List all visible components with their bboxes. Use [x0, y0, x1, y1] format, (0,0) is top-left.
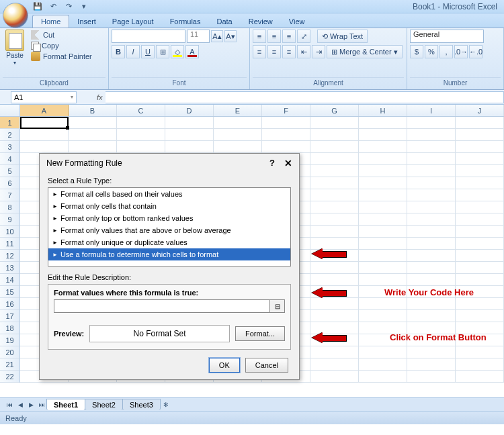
cell[interactable] [456, 213, 504, 226]
cell[interactable] [310, 153, 359, 165]
cell[interactable] [359, 213, 407, 226]
cell[interactable] [20, 141, 69, 153]
row-header[interactable]: 9 [0, 213, 19, 226]
cell[interactable] [69, 117, 117, 129]
row-header[interactable]: 11 [0, 238, 19, 250]
cell[interactable] [456, 226, 504, 238]
cell[interactable] [456, 274, 504, 286]
cell[interactable] [310, 213, 359, 226]
cell[interactable] [359, 238, 407, 250]
rule-type-item[interactable]: ►Use a formula to determine which cells … [48, 248, 290, 260]
cell[interactable] [456, 177, 504, 189]
tab-data[interactable]: Data [208, 15, 240, 28]
cell[interactable] [407, 201, 456, 213]
cell[interactable] [310, 310, 359, 322]
row-header[interactable]: 21 [0, 358, 19, 371]
underline-button[interactable]: U [141, 45, 155, 58]
cell[interactable] [407, 177, 456, 189]
cell[interactable] [310, 129, 359, 141]
cell[interactable] [456, 153, 504, 165]
cell[interactable] [20, 117, 69, 129]
ok-button[interactable]: OK [209, 358, 240, 373]
cell[interactable] [407, 129, 456, 141]
align-middle-button[interactable]: ≡ [267, 30, 281, 43]
cancel-button[interactable]: Cancel [245, 358, 288, 373]
column-header[interactable]: A [20, 105, 69, 116]
formula-input[interactable] [106, 91, 504, 103]
cell[interactable] [310, 226, 359, 238]
format-painter-button[interactable]: Format Painter [30, 51, 93, 62]
column-header[interactable]: H [359, 105, 407, 116]
cell[interactable] [310, 298, 359, 310]
row-header[interactable]: 1 [0, 117, 19, 129]
cell[interactable] [310, 358, 359, 371]
save-icon[interactable]: 💾 [31, 1, 44, 13]
cell[interactable] [359, 371, 407, 383]
row-header[interactable]: 8 [0, 201, 19, 213]
merge-center-button[interactable]: ⊞ Merge & Center ▾ [327, 45, 403, 58]
cell[interactable] [456, 141, 504, 153]
comma-button[interactable]: , [439, 45, 453, 58]
dialog-close-button[interactable]: ✕ [284, 158, 292, 168]
cell[interactable] [310, 177, 359, 189]
sheet-nav-last[interactable]: ⏭ [36, 399, 47, 410]
cell[interactable] [310, 141, 359, 153]
cell[interactable] [20, 129, 69, 141]
grow-font-button[interactable]: A▴ [211, 30, 223, 42]
cell[interactable] [359, 358, 407, 371]
cell[interactable] [310, 117, 359, 129]
cell[interactable] [407, 358, 456, 371]
cell[interactable] [69, 141, 117, 153]
shrink-font-button[interactable]: A▾ [224, 30, 237, 42]
cell[interactable] [165, 117, 214, 129]
cell[interactable] [456, 371, 504, 383]
cell[interactable] [407, 371, 456, 383]
row-header[interactable]: 20 [0, 346, 19, 358]
cell[interactable] [456, 310, 504, 322]
align-top-button[interactable]: ≡ [253, 30, 266, 43]
range-selector-button[interactable]: ⊟ [270, 299, 285, 313]
cell[interactable] [359, 201, 407, 213]
cell[interactable] [407, 310, 456, 322]
number-format-select[interactable]: General [410, 30, 484, 43]
column-header[interactable]: B [69, 105, 117, 116]
cell[interactable] [407, 153, 456, 165]
row-header[interactable]: 19 [0, 334, 19, 346]
rule-type-item[interactable]: ►Format only values that are above or be… [48, 224, 290, 236]
cell[interactable] [117, 141, 165, 153]
cell[interactable] [262, 141, 310, 153]
cell[interactable] [359, 165, 407, 177]
cell[interactable] [456, 201, 504, 213]
row-header[interactable]: 10 [0, 226, 19, 238]
cell[interactable] [456, 262, 504, 274]
cell[interactable] [456, 238, 504, 250]
column-header[interactable]: J [456, 105, 504, 116]
row-header[interactable]: 4 [0, 153, 19, 165]
cell[interactable] [359, 226, 407, 238]
column-header[interactable]: I [407, 105, 456, 116]
rule-type-item[interactable]: ►Format only top or bottom ranked values [48, 212, 290, 224]
undo-icon[interactable]: ↶ [46, 1, 60, 13]
cell[interactable] [359, 274, 407, 286]
cell[interactable] [359, 177, 407, 189]
italic-button[interactable]: I [126, 45, 140, 58]
row-header[interactable]: 7 [0, 189, 19, 201]
column-header[interactable]: D [165, 105, 214, 116]
cell[interactable] [359, 262, 407, 274]
cell[interactable] [310, 201, 359, 213]
select-all-corner[interactable] [0, 105, 20, 116]
cell[interactable] [310, 189, 359, 201]
cell[interactable] [117, 117, 165, 129]
column-header[interactable]: F [262, 105, 310, 116]
increase-decimal-button[interactable]: .0→ [454, 45, 468, 58]
cell[interactable] [165, 141, 214, 153]
cell[interactable] [407, 274, 456, 286]
row-header[interactable]: 14 [0, 274, 19, 286]
redo-icon[interactable]: ↷ [62, 1, 75, 13]
cell[interactable] [359, 117, 407, 129]
cell[interactable] [359, 250, 407, 262]
row-header[interactable]: 22 [0, 371, 19, 383]
fx-label[interactable]: fx [97, 93, 103, 101]
tab-formulas[interactable]: Formulas [162, 15, 209, 28]
dialog-titlebar[interactable]: New Formatting Rule ? ✕ [40, 154, 299, 173]
